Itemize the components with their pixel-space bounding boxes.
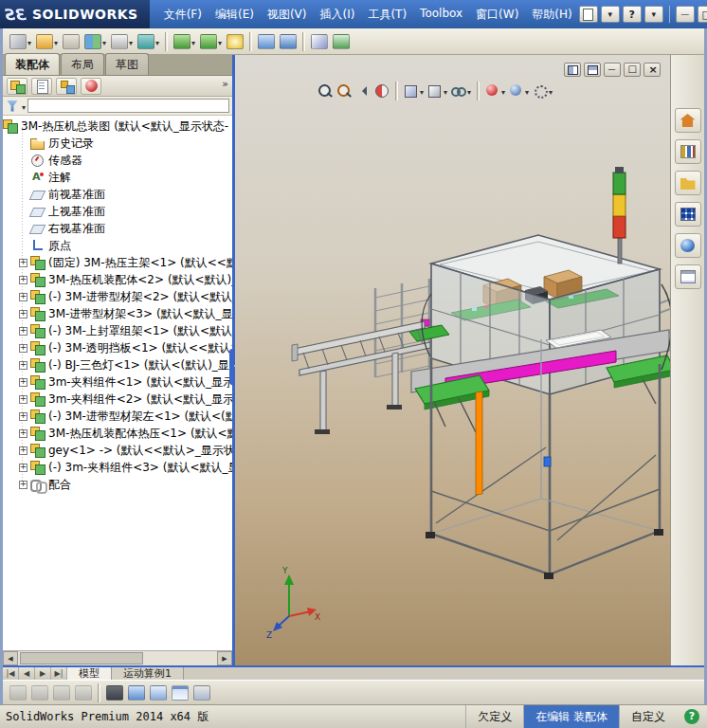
- expander-icon[interactable]: [19, 429, 27, 438]
- graphics-viewport[interactable]: Y X Z: [235, 55, 670, 665]
- search-dropdown-icon[interactable]: [601, 6, 620, 23]
- menu-view[interactable]: 视图(V): [261, 3, 314, 27]
- tree-item[interactable]: 配合: [3, 476, 232, 493]
- titlebar[interactable]: ЗS SOLIDWORKS 文件(F)编辑(E)视图(V)插入(I)工具(T)T…: [0, 0, 707, 28]
- motion-play-icon[interactable]: [51, 683, 72, 702]
- tree-item[interactable]: gey<1> -> (默认<<默认>_显示状态 1): [3, 442, 232, 459]
- rebuild-button[interactable]: [331, 32, 352, 51]
- tree-item[interactable]: 上视基准面: [3, 203, 232, 220]
- file-explorer-icon[interactable]: [675, 171, 701, 195]
- tab-sketch[interactable]: 草图: [105, 53, 149, 75]
- tree-item[interactable]: (-) 3M-进带型材架左<1> (默认<(默认): [3, 408, 232, 425]
- hide-show-items-icon[interactable]: [450, 82, 472, 100]
- open-button[interactable]: [34, 32, 60, 51]
- expander-icon[interactable]: [19, 310, 27, 318]
- filter-input[interactable]: [27, 99, 229, 113]
- tree-item[interactable]: (-) 3m-夹料组件<3> (默认<默认_显示: [3, 459, 232, 476]
- menu-file[interactable]: 文件(F): [157, 3, 208, 27]
- tab-motion-study-1[interactable]: 运动算例1: [112, 667, 184, 680]
- tab-layout[interactable]: 布局: [61, 53, 104, 75]
- design-library-icon[interactable]: [675, 139, 701, 164]
- tree-item[interactable]: (-) 3M-上封罩组架<1> (默认<默认_显示: [3, 322, 232, 339]
- tree-item[interactable]: 传感器: [3, 152, 232, 169]
- last-tab-button[interactable]: ▶|: [51, 667, 67, 680]
- appearances-scenes-icon[interactable]: [675, 233, 701, 258]
- motion-calculate-icon[interactable]: [8, 683, 28, 702]
- tree-item[interactable]: 原点: [3, 237, 232, 254]
- toolbox-settings-button[interactable]: [198, 32, 224, 51]
- toolbox-button[interactable]: [172, 32, 197, 51]
- chevron-down-icon[interactable]: [217, 35, 222, 48]
- filter-icon[interactable]: [6, 100, 19, 113]
- print-button[interactable]: [109, 32, 135, 51]
- help-dropdown-icon[interactable]: [644, 6, 663, 23]
- tab-model[interactable]: 模型: [67, 667, 112, 680]
- motion-record-icon[interactable]: [73, 683, 94, 702]
- tree-item[interactable]: 前视基准面: [3, 186, 232, 203]
- displaymanager-icon[interactable]: [81, 78, 101, 95]
- edit-sketch-button[interactable]: [309, 32, 330, 51]
- doc-restore-button[interactable]: [624, 63, 641, 77]
- menu-tools[interactable]: 工具(T): [361, 3, 413, 27]
- tree-item[interactable]: (-) BJ-三色灯<1> (默认<(默认)_显示: [3, 356, 232, 373]
- doc-close-button[interactable]: [644, 63, 661, 77]
- prev-tab-button[interactable]: ◀: [19, 667, 35, 680]
- scroll-right-icon[interactable]: [217, 651, 232, 665]
- chevron-down-icon[interactable]: [154, 35, 159, 48]
- expander-icon[interactable]: [19, 361, 27, 370]
- attachments-button[interactable]: [61, 32, 82, 51]
- chevron-down-icon[interactable]: [190, 35, 195, 48]
- tree-item[interactable]: 右视基准面: [3, 220, 232, 237]
- doc-minimize-button[interactable]: [604, 63, 621, 77]
- expander-icon[interactable]: [19, 464, 27, 472]
- propertymanager-icon[interactable]: [31, 78, 52, 95]
- featuremanager-tree-icon[interactable]: [7, 78, 27, 95]
- display-style-icon[interactable]: [426, 82, 448, 100]
- view-settings-icon[interactable]: [532, 82, 553, 100]
- save-table-icon[interactable]: [191, 683, 212, 702]
- custom-properties-icon[interactable]: [675, 264, 701, 289]
- expander-icon[interactable]: [19, 481, 27, 489]
- tree-item[interactable]: 3M-热压机装配体热压<1> (默认<默认: [3, 425, 232, 442]
- toggle-filter-icon[interactable]: [148, 683, 169, 702]
- tree-item[interactable]: (固定) 3M-热压主架<1> (默认<<默认): [3, 254, 232, 271]
- menu-insert[interactable]: 插入(I): [313, 3, 361, 27]
- chevron-down-icon[interactable]: [53, 35, 58, 48]
- expander-icon[interactable]: [19, 395, 27, 404]
- chevron-down-icon[interactable]: [466, 84, 471, 98]
- design-table-icon[interactable]: [170, 683, 190, 702]
- view-orientation-icon[interactable]: [403, 82, 425, 100]
- section-view-icon[interactable]: [373, 82, 390, 100]
- new-document-button[interactable]: [8, 32, 33, 51]
- screen-capture-icon[interactable]: [104, 683, 125, 702]
- zoom-fit-icon[interactable]: [317, 82, 334, 100]
- chevron-down-icon[interactable]: [27, 35, 31, 48]
- tree-item[interactable]: 3M-热压机总装图 (默认<默认_显示状态-: [3, 118, 232, 135]
- next-tab-button[interactable]: ▶: [35, 667, 51, 680]
- tree-horizontal-scrollbar[interactable]: [3, 650, 232, 665]
- measure-button[interactable]: [256, 32, 277, 51]
- menu-toolbox[interactable]: Toolbox: [413, 3, 469, 27]
- first-tab-button[interactable]: |◀: [3, 667, 19, 680]
- mass-properties-button[interactable]: [278, 32, 299, 51]
- chevron-down-icon[interactable]: [548, 84, 553, 98]
- chevron-down-icon[interactable]: [524, 84, 529, 98]
- panel-expand-chevron-icon[interactable]: [222, 78, 228, 90]
- tree-item[interactable]: (-) 3M-透明挡板<1> (默认<<默认>_显: [3, 339, 232, 356]
- status-help-icon[interactable]: ?: [684, 709, 699, 724]
- expander-icon[interactable]: [19, 344, 27, 353]
- menu-window[interactable]: 窗口(W): [469, 3, 525, 27]
- doc-split-vertical-icon[interactable]: [564, 63, 581, 77]
- window-minimize-button[interactable]: [676, 6, 695, 23]
- tree-item[interactable]: 3M-进带型材架<3> (默认<默认_显示状: [3, 305, 232, 322]
- motion-stop-icon[interactable]: [29, 683, 50, 702]
- chevron-down-icon[interactable]: [443, 84, 447, 98]
- expander-icon[interactable]: [19, 327, 27, 336]
- help-icon[interactable]: [623, 6, 642, 23]
- expander-icon[interactable]: [19, 276, 27, 284]
- chevron-down-icon[interactable]: [500, 84, 505, 98]
- make-drawing-from-assembly-button[interactable]: [82, 32, 108, 51]
- solidworks-resources-icon[interactable]: [675, 108, 701, 133]
- scroll-left-icon[interactable]: [3, 651, 18, 665]
- tree-item[interactable]: 注解: [3, 169, 232, 186]
